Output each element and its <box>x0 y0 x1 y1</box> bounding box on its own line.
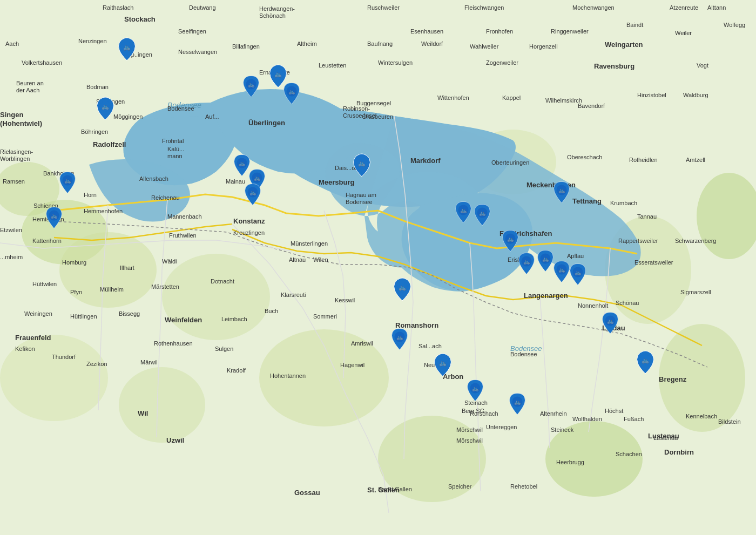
bike-marker-bm-ueberlingen3[interactable]: 🚲 <box>282 83 301 105</box>
map-background: Bodensee Bodensee <box>0 0 756 535</box>
svg-text:🚲: 🚲 <box>523 258 530 265</box>
svg-text:🚲: 🚲 <box>288 88 295 95</box>
bike-marker-bm-eriskorn[interactable]: 🚲 <box>501 230 519 253</box>
bike-marker-bm-espe[interactable]: 🚲 <box>117 37 137 62</box>
bike-marker-bm-romanshorn[interactable]: 🚲 <box>392 277 413 302</box>
bike-marker-bm-tettnang[interactable]: 🚲 <box>552 181 571 204</box>
svg-text:🚲: 🚲 <box>460 207 467 214</box>
bike-marker-bm-bregenz[interactable]: 🚲 <box>635 350 656 375</box>
svg-text:🚲: 🚲 <box>239 160 246 167</box>
bike-marker-bm-langenargen4[interactable]: 🚲 <box>569 263 587 286</box>
svg-text:🚲: 🚲 <box>514 398 521 405</box>
bike-marker-bm-rorschach[interactable]: 🚲 <box>466 380 484 402</box>
bike-marker-bm-friedrichshafen2[interactable]: 🚲 <box>473 204 491 227</box>
svg-text:🚲: 🚲 <box>102 103 109 110</box>
svg-point-3 <box>59 232 157 308</box>
map-container: Bodensee Bodensee StockachRaithaslachDeu… <box>0 0 756 535</box>
svg-text:🚲: 🚲 <box>274 70 282 78</box>
bike-marker-bm-langenargen3[interactable]: 🚲 <box>552 261 571 283</box>
svg-point-5 <box>259 329 389 426</box>
svg-point-7 <box>545 421 643 497</box>
bike-marker-bm-altenrhein[interactable]: 🚲 <box>508 393 526 416</box>
svg-text:🚲: 🚲 <box>249 189 256 196</box>
svg-point-11 <box>119 367 205 443</box>
bike-marker-bm-neukirch[interactable]: 🚲 <box>390 328 409 351</box>
svg-text:Bodensee: Bodensee <box>167 101 201 110</box>
svg-text:🚲: 🚲 <box>558 187 565 194</box>
bike-marker-bm-konstanz[interactable]: 🚲 <box>244 184 262 206</box>
svg-text:🚲: 🚲 <box>254 174 261 181</box>
svg-point-4 <box>162 254 270 340</box>
svg-text:🚲: 🚲 <box>439 359 447 367</box>
svg-text:🚲: 🚲 <box>558 266 565 273</box>
bike-marker-bm-ueberlingen1[interactable]: 🚲 <box>242 76 260 98</box>
bike-marker-bm-meersburg[interactable]: 🚲 <box>352 153 372 178</box>
svg-text:Bodensee: Bodensee <box>510 344 542 353</box>
svg-text:🚲: 🚲 <box>575 269 582 276</box>
svg-text:🚲: 🚲 <box>64 177 71 184</box>
svg-text:🚲: 🚲 <box>123 43 131 51</box>
bike-marker-bm-horn[interactable]: 🚲 <box>58 172 77 194</box>
bike-marker-bm-langenargen2[interactable]: 🚲 <box>536 250 555 273</box>
svg-text:🚲: 🚲 <box>642 356 649 364</box>
svg-text:🚲: 🚲 <box>358 159 366 167</box>
svg-text:🚲: 🚲 <box>507 235 514 242</box>
svg-text:🚲: 🚲 <box>607 317 614 324</box>
bike-marker-bm-langenargen1[interactable]: 🚲 <box>517 253 536 275</box>
svg-point-6 <box>378 416 486 502</box>
svg-text:🚲: 🚲 <box>399 283 406 291</box>
svg-text:🚲: 🚲 <box>51 212 58 219</box>
svg-text:🚲: 🚲 <box>396 334 403 341</box>
svg-point-10 <box>0 335 108 421</box>
bike-marker-bm-lindau[interactable]: 🚲 <box>601 312 619 335</box>
bike-marker-bm-arbon[interactable]: 🚲 <box>433 353 453 378</box>
svg-point-8 <box>659 324 745 432</box>
svg-text:🚲: 🚲 <box>479 209 486 216</box>
bike-marker-bm-friedrichshafen1[interactable]: 🚲 <box>454 201 473 224</box>
svg-text:🚲: 🚲 <box>472 385 479 392</box>
bike-marker-bm-kattenhorn[interactable]: 🚲 <box>45 207 63 229</box>
svg-text:🚲: 🚲 <box>542 255 549 262</box>
bike-marker-bm-radolfzell[interactable]: 🚲 <box>95 97 116 121</box>
svg-text:🚲: 🚲 <box>248 81 255 88</box>
